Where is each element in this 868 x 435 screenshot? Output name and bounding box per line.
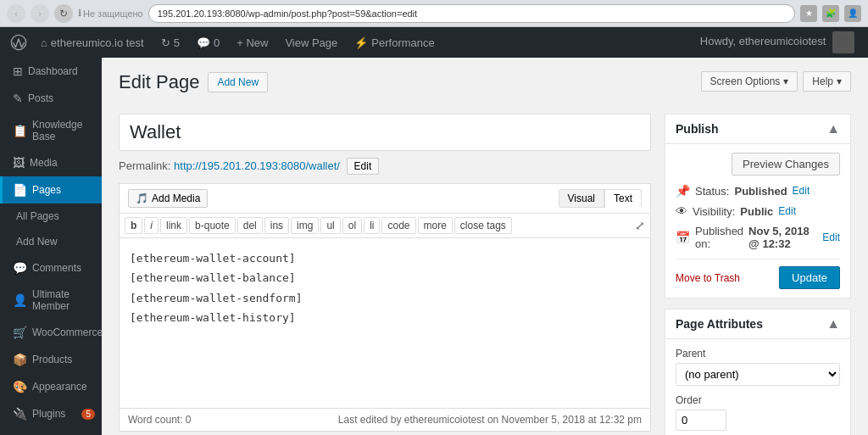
permalink-label: Permalink: xyxy=(119,159,170,172)
status-edit-link[interactable]: Edit xyxy=(793,185,810,197)
edit-permalink-button[interactable]: Edit xyxy=(347,158,380,175)
published-label: Published on: xyxy=(695,225,743,250)
link-button[interactable]: link xyxy=(160,217,187,234)
editor-content[interactable]: [ethereum-wallet-account] [ethereum-wall… xyxy=(120,238,650,408)
main-content-area: Permalink: http://195.201.20.193:8080/wa… xyxy=(102,107,868,435)
sidebar-item-all-pages[interactable]: All Pages xyxy=(0,204,102,229)
sidebar-item-comments[interactable]: 💬 Comments xyxy=(0,254,102,282)
page-attributes-title: Page Attributes xyxy=(676,317,763,331)
um-icon: 👤 xyxy=(13,293,27,307)
help-arrow: ▾ xyxy=(837,75,842,87)
preview-changes-button[interactable]: Preview Changes xyxy=(732,153,840,176)
page-attributes-box: Page Attributes ▲ Parent (no parent) Ord… xyxy=(665,309,851,435)
calendar-icon: 📅 xyxy=(676,231,690,244)
page-header: Edit Page Add New xyxy=(119,71,268,93)
content-area: Permalink: http://195.201.20.193:8080/wa… xyxy=(119,114,851,435)
publish-preview: Preview Changes xyxy=(676,153,840,176)
admin-bar-view-page[interactable]: View Page xyxy=(278,27,344,58)
editor-footer: Word count: 0 Last edited by ethereumico… xyxy=(120,408,650,431)
screen-options-button[interactable]: Screen Options ▾ xyxy=(701,71,798,92)
sidebar-item-woocommerce[interactable]: 🛒 WooCommerce xyxy=(0,319,102,346)
content-line-1: [ethereum-wallet-account] xyxy=(130,248,640,268)
del-button[interactable]: del xyxy=(237,217,263,234)
add-media-button[interactable]: 🎵 Add Media xyxy=(128,189,208,208)
back-button[interactable]: ‹ xyxy=(7,4,25,23)
forward-button[interactable]: › xyxy=(31,4,49,23)
published-value: Nov 5, 2018 @ 12:32 xyxy=(748,225,817,250)
parent-select[interactable]: (no parent) xyxy=(676,363,840,386)
parent-label: Parent xyxy=(676,348,840,360)
admin-bar-activity[interactable]: ↻ 5 xyxy=(154,27,186,58)
publish-visibility-row: 👁 Visibility: Public Edit xyxy=(676,204,840,218)
publish-status-row: 📌 Status: Published Edit xyxy=(676,184,840,198)
last-edited: Last edited by ethereumicoiotest on Nove… xyxy=(338,414,642,426)
li-button[interactable]: li xyxy=(364,217,380,234)
profile-icon[interactable]: 👤 xyxy=(844,5,861,22)
content-line-3: [ethereum-wallet-sendform] xyxy=(130,288,640,308)
sidebar-item-plugins[interactable]: 🔌 Plugins 5 xyxy=(0,400,102,427)
ins-button[interactable]: ins xyxy=(264,217,289,234)
sidebar-item-posts[interactable]: ✎ Posts xyxy=(0,85,102,112)
extension-icon[interactable]: 🧩 xyxy=(822,5,839,22)
expand-button[interactable]: ⤢ xyxy=(635,219,645,232)
ul-button[interactable]: ul xyxy=(320,217,340,234)
sidebar-item-knowledge-base[interactable]: 📋 Knowledge Base xyxy=(0,112,102,149)
published-edit-link[interactable]: Edit xyxy=(822,231,840,243)
permalink-url[interactable]: http://195.201.20.193:8080/wallet/ xyxy=(174,159,340,172)
editor-toolbar-left: 🎵 Add Media xyxy=(128,189,208,208)
editor-box: 🎵 Add Media Visual Text b i xyxy=(119,183,651,432)
bookmark-icon[interactable]: ★ xyxy=(800,5,817,22)
visual-tab[interactable]: Visual xyxy=(559,189,604,208)
update-button[interactable]: Update xyxy=(779,266,840,289)
sidebar-item-products[interactable]: 📦 Products xyxy=(0,346,102,373)
page-title-input[interactable] xyxy=(119,114,651,151)
admin-bar-new[interactable]: + New xyxy=(230,27,275,58)
visibility-value: Public xyxy=(740,205,773,218)
page-attributes-toggle-icon: ▲ xyxy=(826,316,840,332)
dashboard-icon: ⊞ xyxy=(13,64,23,78)
sidebar-item-add-new-page[interactable]: Add New xyxy=(0,229,102,254)
img-button[interactable]: img xyxy=(291,217,319,234)
visibility-edit-link[interactable]: Edit xyxy=(778,205,796,217)
close-tags-button[interactable]: close tags xyxy=(454,217,512,234)
text-tab[interactable]: Text xyxy=(604,189,642,208)
admin-bar-performance[interactable]: ⚡ Performance xyxy=(348,27,441,58)
publish-actions: Move to Trash Update xyxy=(676,259,840,289)
main-editor: Permalink: http://195.201.20.193:8080/wa… xyxy=(119,114,651,435)
publish-box-header[interactable]: Publish ▲ xyxy=(665,114,850,144)
move-to-trash-link[interactable]: Move to Trash xyxy=(676,272,740,284)
bold-button[interactable]: b xyxy=(125,217,142,234)
admin-bar-site[interactable]: ⌂ ethereumico.io test xyxy=(34,27,151,58)
status-label: Status: xyxy=(695,185,729,198)
sidebar-item-media[interactable]: 🖼 Media xyxy=(0,149,102,176)
home-icon: ⌂ xyxy=(41,36,47,49)
wp-main: Edit Page Add New Screen Options ▾ Help … xyxy=(102,58,868,435)
wp-admin-bar: ⌂ ethereumico.io test ↻ 5 💬 0 + New View… xyxy=(0,27,868,58)
page-attributes-header[interactable]: Page Attributes ▲ xyxy=(665,310,850,339)
help-button[interactable]: Help ▾ xyxy=(803,71,851,92)
sidebar-item-users[interactable]: 👥 Users xyxy=(0,427,102,435)
order-input[interactable] xyxy=(676,410,726,431)
code-button[interactable]: code xyxy=(381,217,415,234)
add-new-button[interactable]: Add New xyxy=(208,72,268,92)
ol-button[interactable]: ol xyxy=(342,217,362,234)
reload-button[interactable]: ↻ xyxy=(54,4,73,23)
bquote-button[interactable]: b-quote xyxy=(189,217,236,234)
sidebar-item-appearance[interactable]: 🎨 Appearance xyxy=(0,373,102,400)
editor-toolbar-top: 🎵 Add Media Visual Text xyxy=(120,184,650,214)
publish-box: Publish ▲ Preview Changes 📌 Status: Publ… xyxy=(665,114,851,298)
italic-button[interactable]: i xyxy=(144,217,159,234)
wp-logo[interactable] xyxy=(7,31,31,54)
admin-bar-comments[interactable]: 💬 0 xyxy=(190,27,226,58)
sidebar-item-pages[interactable]: 📄 Pages xyxy=(0,176,102,204)
permalink-row: Permalink: http://195.201.20.193:8080/wa… xyxy=(119,158,651,175)
sidebar-item-ultimate-member[interactable]: 👤 Ultimate Member xyxy=(0,282,102,319)
sidebar-item-dashboard[interactable]: ⊞ Dashboard xyxy=(0,58,102,85)
main-header-area: Edit Page Add New Screen Options ▾ Help … xyxy=(102,58,868,107)
content-line-4: [ethereum-wallet-history] xyxy=(130,308,640,327)
media-icon: 🖼 xyxy=(13,156,25,170)
right-sidebar: Publish ▲ Preview Changes 📌 Status: Publ… xyxy=(665,114,851,435)
url-bar[interactable] xyxy=(148,4,795,23)
performance-icon: ⚡ xyxy=(354,36,368,49)
more-button[interactable]: more xyxy=(418,217,453,234)
